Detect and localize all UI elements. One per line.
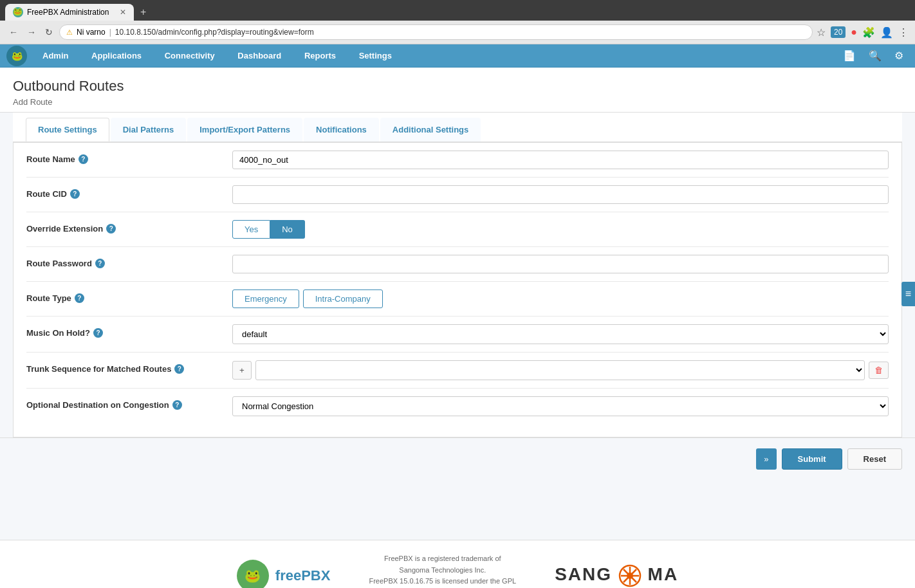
tab-dial-patterns[interactable]: Dial Patterns xyxy=(111,118,186,142)
trunk-sequence-label: Trunk Sequence for Matched Routes ? xyxy=(26,360,232,378)
footer-company: Sangoma Technologies Inc. xyxy=(369,565,516,576)
back-button[interactable]: ← xyxy=(6,26,21,39)
optional-destination-label: Optional Destination on Congestion ? xyxy=(26,396,232,414)
route-name-field xyxy=(232,151,889,169)
trunk-delete-button[interactable]: 🗑 xyxy=(869,362,889,379)
browser-tab[interactable]: 🐸 FreePBX Administration ✕ xyxy=(5,4,134,21)
extension-icon-1[interactable]: 20 xyxy=(831,26,846,38)
tabs-container: Route Settings Dial Patterns Import/Expo… xyxy=(13,113,902,143)
tab-additional-settings[interactable]: Additional Settings xyxy=(380,118,481,142)
route-type-help-icon[interactable]: ? xyxy=(75,293,84,303)
route-password-input[interactable] xyxy=(232,255,889,273)
override-extension-row: Override Extension ? Yes No xyxy=(26,212,889,247)
page-title: Outbound Routes xyxy=(13,78,902,95)
nav-applications[interactable]: Applications xyxy=(81,44,152,67)
extension-icon-2[interactable]: ● xyxy=(851,26,857,38)
emergency-button[interactable]: Emergency xyxy=(232,289,299,308)
collapse-button[interactable]: » xyxy=(756,448,776,470)
new-tab-button[interactable]: + xyxy=(138,4,149,21)
route-password-label: Route Password ? xyxy=(26,255,232,272)
route-name-row: Route Name ? xyxy=(26,143,889,178)
freepbx-logo: 🐸 freePBX xyxy=(237,560,331,588)
route-cid-input[interactable] xyxy=(232,185,889,204)
browser-controls: ← → ↻ ⚠ Ni varno | 10.10.8.150/admin/con… xyxy=(0,21,915,44)
reset-button[interactable]: Reset xyxy=(847,448,902,470)
route-password-row: Route Password ? xyxy=(26,247,889,282)
route-password-field xyxy=(232,255,889,273)
trunk-add-button[interactable]: + xyxy=(232,361,252,380)
music-on-hold-select[interactable]: default none inherit xyxy=(232,324,889,344)
music-on-hold-row: Music On Hold? ? default none inherit xyxy=(26,317,889,353)
reload-button[interactable]: ↻ xyxy=(42,26,55,39)
optional-destination-row: Optional Destination on Congestion ? Nor… xyxy=(26,389,889,424)
route-name-label: Route Name ? xyxy=(26,151,232,168)
tab-close-button[interactable]: ✕ xyxy=(120,8,126,17)
route-password-help-icon[interactable]: ? xyxy=(95,259,105,268)
intra-company-button[interactable]: Intra-Company xyxy=(303,289,383,308)
nav-dashboard[interactable]: Dashboard xyxy=(227,44,291,67)
nav-reports[interactable]: Reports xyxy=(294,44,346,67)
override-no-button[interactable]: No xyxy=(270,220,305,239)
app-logo: 🐸 xyxy=(6,46,27,66)
music-on-hold-label: Music On Hold? ? xyxy=(26,324,232,342)
optional-destination-field: Normal Congestion Busy Congestion Hangup xyxy=(232,396,889,416)
footer: 🐸 freePBX FreePBX is a registered tradem… xyxy=(0,540,915,588)
trunk-sequence-row: Trunk Sequence for Matched Routes ? + 🗑 xyxy=(26,353,889,389)
sangoma-logo: SANG MA xyxy=(555,564,678,587)
optional-destination-help-icon[interactable]: ? xyxy=(172,400,182,410)
route-name-input[interactable] xyxy=(232,151,889,169)
music-on-hold-help-icon[interactable]: ? xyxy=(93,328,103,338)
route-type-label: Route Type ? xyxy=(26,289,232,307)
nav-right-icons: 📄 🔍 ⚙ xyxy=(838,44,909,67)
freepbx-brand-name: freePBX xyxy=(275,567,331,584)
tab-favicon: 🐸 xyxy=(13,7,23,17)
trunk-sequence-controls: + 🗑 xyxy=(232,360,889,380)
page-header: Outbound Routes Add Route xyxy=(0,68,915,113)
optional-destination-select[interactable]: Normal Congestion Busy Congestion Hangup xyxy=(232,396,889,416)
route-cid-row: Route CID ? xyxy=(26,178,889,212)
route-type-row: Route Type ? Emergency Intra-Company xyxy=(26,282,889,317)
main-navigation: Admin Applications Connectivity Dashboar… xyxy=(32,44,402,67)
tabs: Route Settings Dial Patterns Import/Expo… xyxy=(26,113,889,142)
music-on-hold-field: default none inherit xyxy=(232,324,889,344)
override-extension-field: Yes No xyxy=(232,220,889,239)
address-text: 10.10.8.150/admin/config.php?display=rou… xyxy=(115,28,314,37)
menu-icon[interactable]: ⋮ xyxy=(898,26,909,39)
profile-icon[interactable]: 👤 xyxy=(880,26,893,39)
security-warning-icon: ⚠ xyxy=(66,28,73,37)
nav-admin[interactable]: Admin xyxy=(32,44,79,67)
override-extension-help-icon[interactable]: ? xyxy=(106,224,116,234)
tab-import-export[interactable]: Import/Export Patterns xyxy=(187,118,302,142)
trunk-sequence-help-icon[interactable]: ? xyxy=(174,364,184,374)
content-area: Outbound Routes Add Route Route Settings… xyxy=(0,68,915,540)
trunk-select[interactable] xyxy=(255,360,865,380)
nav-settings[interactable]: Settings xyxy=(349,44,402,67)
forward-button[interactable]: → xyxy=(24,26,39,39)
route-name-help-icon[interactable]: ? xyxy=(79,154,88,164)
browser-action-icons: ☆ 20 ● 🧩 👤 ⋮ xyxy=(817,26,909,39)
submit-button[interactable]: Submit xyxy=(782,448,842,470)
nav-search-icon[interactable]: 🔍 xyxy=(864,44,887,67)
tab-title: FreePBX Administration xyxy=(27,8,109,17)
route-cid-field xyxy=(232,185,889,204)
trunk-sequence-field: + 🗑 xyxy=(232,360,889,380)
nav-connectivity[interactable]: Connectivity xyxy=(154,44,225,67)
route-cid-help-icon[interactable]: ? xyxy=(70,189,80,199)
extension-icon-3[interactable]: 🧩 xyxy=(862,26,875,39)
route-cid-label: Route CID ? xyxy=(26,185,232,203)
bookmark-icon[interactable]: ☆ xyxy=(817,26,826,39)
sangoma-asterisk-icon xyxy=(618,564,642,587)
route-type-buttons: Emergency Intra-Company xyxy=(232,289,889,308)
override-yes-button[interactable]: Yes xyxy=(232,220,270,239)
address-bar[interactable]: ⚠ Ni varno | 10.10.8.150/admin/config.ph… xyxy=(59,24,813,40)
override-extension-label: Override Extension ? xyxy=(26,220,232,237)
tab-notifications[interactable]: Notifications xyxy=(304,118,379,142)
nav-wiki-icon[interactable]: 📄 xyxy=(838,44,861,67)
tab-route-settings[interactable]: Route Settings xyxy=(26,118,109,142)
sangoma-brand-name: SANG MA xyxy=(555,564,678,587)
sidebar-toggle-button[interactable]: ≡ xyxy=(901,282,915,306)
nav-gear-icon[interactable]: ⚙ xyxy=(889,44,909,67)
route-settings-form: Route Name ? Route CID ? xyxy=(13,143,902,437)
submit-area: » Submit Reset xyxy=(0,437,915,480)
browser-chrome: 🐸 FreePBX Administration ✕ + xyxy=(0,0,915,21)
